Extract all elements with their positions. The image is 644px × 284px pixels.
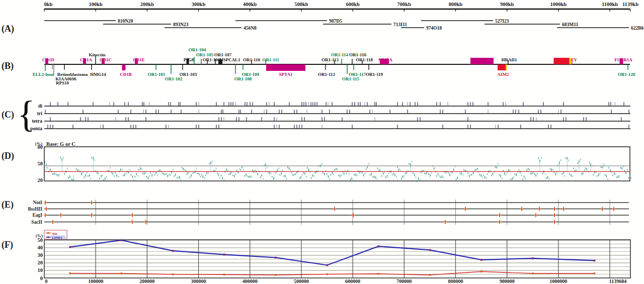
enzyme-track-label: NotI — [33, 200, 43, 205]
legend-label-line1: LINE1 — [52, 236, 62, 240]
gene-label: OR1-106 — [203, 57, 220, 62]
series-marker-Alu — [69, 272, 71, 274]
panel-E-enzymes: NotIBssHIIEagISacII — [28, 200, 629, 225]
clone-label: 987D5 — [329, 19, 342, 24]
gene-Retinoblastoma: Retinoblastoma — [57, 64, 88, 77]
clone-label: 683M11 — [562, 22, 578, 27]
clone-label: 622B6 — [631, 26, 644, 31]
panel-B-genes: CD1DCD1AKinectinCD1CCD1EPIG8OR1-104OR1-1… — [33, 47, 635, 85]
repeat-track-label: di — [38, 103, 43, 109]
gene-OR1-117: OR1-117 — [349, 64, 366, 77]
ruler-tick-label: 700kb — [397, 2, 412, 7]
gene-label: OR1-104 — [189, 47, 206, 52]
gene-label: CD1E — [133, 57, 145, 62]
f-xtick-label: 1000000 — [549, 278, 567, 284]
panel-letter-C: (C) — [2, 110, 14, 120]
clone-label: 713I11 — [393, 22, 407, 27]
series-marker-LINE1 — [532, 257, 534, 259]
gc-ytick-label: 80 — [38, 144, 43, 150]
gene-label: OR1-112 — [318, 72, 336, 77]
gene-label: ELL2-hom — [33, 72, 54, 77]
f-ytick-label: 0 — [40, 275, 43, 281]
f-ytick-label: 20 — [38, 260, 43, 265]
series-marker-LINE1 — [275, 257, 277, 259]
ruler-tick-label: 1000kb — [550, 2, 567, 7]
gene-label: OR1-102 — [165, 76, 183, 81]
enzyme-track-label: EagI — [32, 213, 42, 218]
series-marker-LINE1 — [594, 260, 596, 262]
series-marker-Alu — [172, 273, 174, 275]
gene-label: OR1-119 — [366, 72, 383, 77]
gene-CD1A: CD1A — [80, 57, 92, 64]
series-marker-LINE1 — [223, 254, 225, 256]
clone-label: 456N8 — [244, 26, 257, 31]
f-xtick-label: 100000 — [88, 278, 103, 284]
series-marker-Alu — [223, 273, 225, 275]
gene-label: HMG14 — [90, 72, 106, 77]
f-xtick-label: 200000 — [139, 278, 154, 284]
gene-OR1-119: OR1-119 — [366, 64, 383, 77]
gene-label: OR1-107 — [214, 52, 232, 57]
gene-CD1D: CD1D — [42, 57, 54, 64]
gene-box — [498, 64, 506, 70]
gene-OR1-103: OR1-103 — [180, 64, 197, 77]
gene-label: OR1-103 — [180, 72, 197, 77]
genome-map-figure: (A)(B)(C)(D)(E)(F)0kb100kb200kb300kb400k… — [0, 0, 644, 284]
clone-label: 810N20 — [118, 19, 133, 24]
gene-label: OR1-113 — [321, 57, 339, 62]
series-marker-Alu — [378, 273, 380, 275]
repeat-track-label: penta — [30, 126, 42, 131]
gene-label: OR1-108 — [234, 76, 252, 81]
gene-label: KIAA0696 — [55, 76, 76, 81]
f-xtick-label: 600000 — [345, 278, 360, 284]
gene-label: FY — [571, 57, 577, 62]
panel-letter-D: (D) — [2, 151, 14, 161]
gene-label: HRAD1 — [502, 57, 517, 62]
gene-label: CD1A — [80, 57, 92, 62]
clone-label: 893N23 — [173, 22, 189, 27]
panel-F-chart: (%)0102030405001000002000003000004000005… — [36, 230, 630, 284]
ruler-tick-label: 500kb — [294, 2, 308, 7]
gene-label: OR1-115 — [342, 76, 360, 81]
panel-D-gc: (%)Base: G or C805020 — [35, 141, 631, 183]
f-ytick-label: 10 — [38, 267, 43, 273]
gene-label: OR1-111 — [262, 57, 279, 62]
f-xtick-label: 900000 — [500, 278, 515, 284]
ruler-tick-label: 800kb — [449, 2, 463, 7]
gene-label: OR1-118 — [356, 57, 373, 62]
gc-title: Base: G or C — [46, 141, 75, 147]
f-ytick-label: 30 — [38, 252, 43, 258]
gene-OR1-112: OR1-112 — [318, 64, 336, 77]
gene-label: OR1-117 — [349, 72, 366, 77]
gene-AIM2: AIM2 — [498, 64, 509, 77]
gene-HSPCAL1: HSPCAL1 — [218, 57, 240, 64]
legend-label-alu: Alu — [52, 232, 57, 236]
series-marker-LINE1 — [69, 246, 71, 248]
gene-label: OR1-114 — [331, 52, 349, 57]
f-xtick-label: 700000 — [396, 278, 412, 284]
panel-letter-F: (F) — [2, 240, 13, 250]
gene-MNDA: MNDA — [378, 57, 392, 64]
gene-OR1-109: OR1-109 — [242, 64, 260, 77]
gene-label: OR1-101 — [148, 72, 166, 77]
repeat-track-label: tetra — [32, 118, 42, 124]
clone-label: 974O18 — [426, 26, 442, 31]
gene-OR1-111: OR1-111 — [262, 57, 279, 64]
gene-CD1B: CD1B — [120, 64, 132, 77]
ruler-tick-label: 600kb — [346, 2, 360, 7]
gene-OR1-101: OR1-101 — [148, 64, 166, 77]
series-marker-LINE1 — [429, 249, 431, 251]
gene-label: CD1B — [120, 72, 132, 77]
series-marker-Alu — [429, 274, 431, 276]
gene-OR1-110: OR1-110 — [243, 57, 261, 64]
panel-A-clones: 810N20893N23456N8987D5713I11974O18527I23… — [44, 19, 644, 31]
f-xend-label: 1139684 — [609, 278, 626, 284]
gene-box — [122, 64, 126, 70]
series-marker-LINE1 — [121, 239, 123, 241]
panel-letter-A: (A) — [2, 24, 14, 34]
gene-label: OR1-110 — [243, 57, 261, 62]
gene-label: OR1-116 — [349, 52, 367, 57]
gene-OR1-113: OR1-113 — [321, 57, 339, 64]
gene-label: CD1C — [100, 57, 112, 62]
gene-label: Retinoblastoma — [57, 72, 88, 77]
